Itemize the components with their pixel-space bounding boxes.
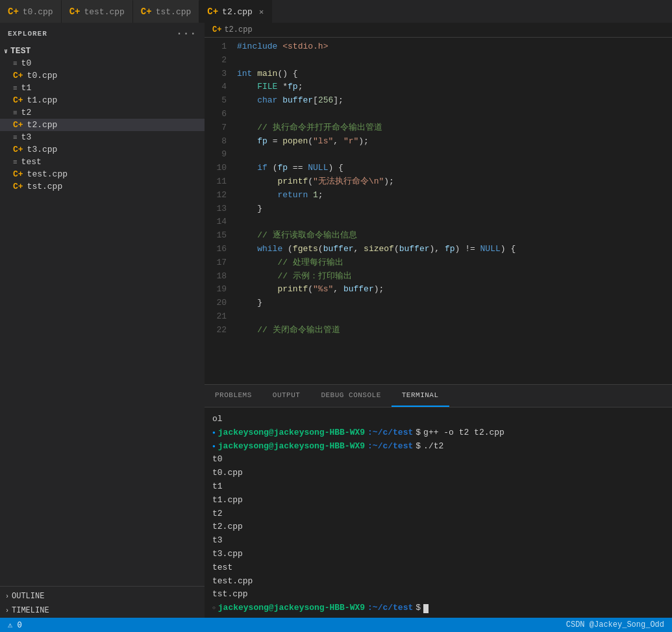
file-icon-testcpp: C+ <box>13 169 23 179</box>
terminal-line-ol: ol <box>212 413 664 426</box>
sidebar-item-test[interactable]: ≡ test <box>0 156 205 168</box>
sidebar-section-test[interactable]: ∨ TEST <box>0 45 205 57</box>
file-label-t1cpp: t1.cpp <box>27 95 58 105</box>
sidebar-timeline[interactable]: › TIMELINE <box>0 603 205 618</box>
tab-icon-tstcpp: C+ <box>141 6 152 17</box>
tab-label-t2cpp: t2.cpp <box>222 7 253 17</box>
tab-t0cpp[interactable]: C+ t0.cpp <box>0 0 62 23</box>
file-icon-t2: ≡ <box>13 109 18 117</box>
prompt-cmd-2: ./t2 <box>423 440 443 454</box>
sidebar-item-tstcpp[interactable]: C+ tst.cpp <box>0 180 205 193</box>
tab-icon-t2cpp: C+ <box>207 6 218 17</box>
explorer-title: EXPLORER <box>8 30 47 38</box>
file-label-t0: t0 <box>21 58 32 68</box>
file-icon-tstcpp: C+ <box>13 182 23 191</box>
status-brand: CSDN @Jackey_Song_Odd <box>566 620 664 629</box>
terminal-output-t2: t2 <box>212 507 664 521</box>
sidebar-item-t2[interactable]: ≡ t2 <box>0 106 205 119</box>
sidebar-outline[interactable]: › OUTLINE <box>0 589 205 603</box>
sidebar-header: EXPLORER ··· <box>0 23 205 45</box>
terminal-cursor <box>423 604 429 613</box>
breadcrumb-path: t2.cpp <box>224 25 252 34</box>
prompt-dollar-2: $ <box>416 440 421 454</box>
file-icon-t2cpp: C+ <box>13 120 23 130</box>
tab-t2cpp[interactable]: C+ t2.cpp ✕ <box>199 0 272 23</box>
panel: PROBLEMS OUTPUT DEBUG CONSOLE TERMINAL o… <box>205 384 672 618</box>
terminal-output-t2cpp: t2.cpp <box>212 520 664 534</box>
chevron-outline-icon: › <box>5 593 9 600</box>
file-label-t0cpp: t0.cpp <box>27 71 58 80</box>
code-content: #include <stdio.h> int main() { FILE *fp… <box>237 40 672 382</box>
terminal-output-t3: t3 <box>212 534 664 548</box>
terminal-prompt-2: ● jackeysong@jackeysong-HBB-WX9:~/c/test… <box>212 440 664 454</box>
sidebar-item-t2cpp[interactable]: C+ t2.cpp <box>0 119 205 131</box>
sidebar-item-t1[interactable]: ≡ t1 <box>0 82 205 94</box>
terminal-content[interactable]: ol ● jackeysong@jackeysong-HBB-WX9:~/c/t… <box>205 407 672 618</box>
terminal-prompt-1: ● jackeysong@jackeysong-HBB-WX9:~/c/test… <box>212 426 664 440</box>
prompt-user-2: jackeysong@jackeysong-HBB-WX9 <box>218 440 365 454</box>
tab-testcpp[interactable]: C+ test.cpp <box>62 0 133 23</box>
panel-tab-output[interactable]: OUTPUT <box>262 384 311 407</box>
tab-bar: C+ t0.cpp C+ test.cpp C+ tst.cpp C+ t2.c… <box>0 0 672 23</box>
sidebar: EXPLORER ··· ∨ TEST ≡ t0 C+ t0.cpp ≡ t1 <box>0 23 205 618</box>
sidebar-item-t3[interactable]: ≡ t3 <box>0 131 205 143</box>
terminal-output-t3cpp: t3.cpp <box>212 548 664 561</box>
file-label-t3cpp: t3.cpp <box>27 145 58 154</box>
panel-tab-terminal[interactable]: TERMINAL <box>392 384 449 407</box>
prompt-circle-3: ○ <box>212 604 216 613</box>
file-label-testcpp: test.cpp <box>27 169 68 179</box>
file-icon-t1: ≡ <box>13 84 18 92</box>
section-label-test: TEST <box>10 46 31 56</box>
line-numbers: 12345 678910 1112131415 1617181920 2122 <box>205 40 237 382</box>
sidebar-item-t1cpp[interactable]: C+ t1.cpp <box>0 94 205 106</box>
main-layout: EXPLORER ··· ∨ TEST ≡ t0 C+ t0.cpp ≡ t1 <box>0 23 672 618</box>
terminal-prompt-3: ○ jackeysong@jackeysong-HBB-WX9:~/c/test… <box>212 602 664 615</box>
breadcrumb-icon: C+ <box>212 25 221 34</box>
tab-label-tstcpp: tst.cpp <box>156 7 192 17</box>
tab-icon-t0cpp: C+ <box>8 6 19 17</box>
file-icon-t0cpp: C+ <box>13 71 23 80</box>
editor[interactable]: 12345 678910 1112131415 1617181920 2122 … <box>205 38 672 384</box>
file-icon-t1cpp: C+ <box>13 95 23 105</box>
terminal-output-tstcpp: tst.cpp <box>212 588 664 602</box>
prompt-path-2: :~/c/test <box>367 440 413 454</box>
timeline-label: TIMELINE <box>12 606 49 615</box>
prompt-dot-1: ● <box>212 429 216 437</box>
prompt-user-3: jackeysong@jackeysong-HBB-WX9 <box>218 602 365 615</box>
explorer-dots[interactable]: ··· <box>176 28 197 40</box>
file-label-t2: t2 <box>21 108 32 117</box>
tab-close-t2cpp[interactable]: ✕ <box>259 7 264 17</box>
status-right: CSDN @Jackey_Song_Odd <box>566 620 664 629</box>
terminal-output-test: test <box>212 561 664 575</box>
file-label-tstcpp: tst.cpp <box>27 182 63 191</box>
file-icon-test: ≡ <box>13 158 18 166</box>
sidebar-item-t0[interactable]: ≡ t0 <box>0 57 205 69</box>
sidebar-item-testcpp[interactable]: C+ test.cpp <box>0 168 205 180</box>
file-icon-t0: ≡ <box>13 60 18 67</box>
panel-tab-debug[interactable]: DEBUG CONSOLE <box>310 384 391 407</box>
tab-label-t0cpp: t0.cpp <box>23 7 53 17</box>
content-area: C+ t2.cpp 12345 678910 1112131415 161718… <box>205 23 672 618</box>
sidebar-item-t3cpp[interactable]: C+ t3.cpp <box>0 143 205 156</box>
file-icon-t3cpp: C+ <box>13 145 23 154</box>
prompt-dollar-1: $ <box>416 426 421 440</box>
prompt-path-1: :~/c/test <box>367 426 413 440</box>
tab-icon-testcpp: C+ <box>69 6 81 17</box>
terminal-output-t1cpp: t1.cpp <box>212 494 664 507</box>
breadcrumb-bar: C+ t2.cpp <box>205 23 672 38</box>
terminal-output-testcpp: test.cpp <box>212 575 664 589</box>
terminal-output-t0cpp: t0.cpp <box>212 467 664 480</box>
file-label-test: test <box>21 157 42 167</box>
prompt-path-3: :~/c/test <box>367 602 413 615</box>
panel-tab-problems[interactable]: PROBLEMS <box>205 384 262 407</box>
file-label-t3: t3 <box>21 132 32 142</box>
status-left: ⚠ 0 <box>8 620 22 630</box>
tab-tstcpp[interactable]: C+ tst.cpp <box>133 0 199 23</box>
panel-tabs: PROBLEMS OUTPUT DEBUG CONSOLE TERMINAL <box>205 385 672 407</box>
file-label-t2cpp: t2.cpp <box>27 120 58 130</box>
sidebar-item-t0cpp[interactable]: C+ t0.cpp <box>0 69 205 82</box>
code-area: 12345 678910 1112131415 1617181920 2122 … <box>205 38 672 384</box>
sidebar-content: ∨ TEST ≡ t0 C+ t0.cpp ≡ t1 C+ t1.cpp <box>0 45 205 586</box>
terminal-output-t1: t1 <box>212 480 664 494</box>
chevron-icon: ∨ <box>4 47 8 55</box>
